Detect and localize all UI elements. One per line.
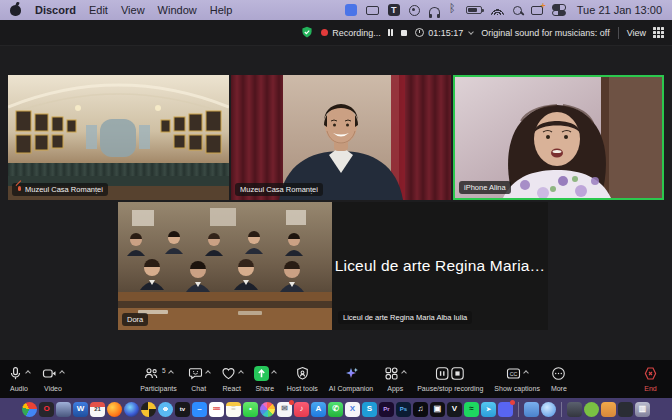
wifi-icon[interactable] [491, 6, 504, 15]
ai-companion-button[interactable]: AI Companion [329, 366, 373, 392]
dock-icon-whatsapp[interactable]: ✆ [328, 402, 343, 417]
notes-glyph: ≡ [231, 405, 236, 413]
menubar-clock[interactable]: Tue 21 Jan 13:00 [577, 4, 662, 16]
menu-help[interactable]: Help [210, 4, 233, 16]
dock-icon-notes[interactable]: ≡ [226, 402, 241, 417]
dock-icon-discord[interactable] [498, 402, 513, 417]
apple-menu-icon[interactable] [10, 5, 21, 16]
v-app-glyph: V [452, 405, 457, 413]
dock-icon-mission-control[interactable] [56, 402, 71, 417]
chevron-up-icon[interactable] [59, 370, 65, 376]
menu-view[interactable]: View [121, 4, 145, 16]
dock-icon-capcut[interactable]: ▣ [430, 402, 445, 417]
search-icon[interactable] [513, 6, 522, 15]
headphones-icon[interactable] [429, 7, 440, 15]
dock-icon-zoom-app[interactable]: – [192, 402, 207, 417]
dock-icon-downloads-folder[interactable] [524, 402, 539, 417]
audio-button[interactable]: Audio [8, 366, 30, 392]
display-icon[interactable] [531, 6, 543, 15]
original-sound-toggle[interactable]: Original sound for musicians: off [481, 28, 609, 38]
chat-icon [188, 366, 203, 385]
dock-icon-recent-green[interactable] [584, 402, 599, 417]
dock-icon-recent-dark[interactable] [618, 402, 633, 417]
video-stage: Muzeul Casa Romanței [0, 46, 672, 360]
dock-icon-reminders[interactable]: ≔ [209, 402, 224, 417]
dock-icon-apple-tv[interactable]: tv [175, 402, 190, 417]
chevron-up-icon[interactable] [205, 370, 211, 376]
video-tile-museum[interactable]: Muzeul Casa Romanței [8, 75, 229, 200]
dock-icon-tiktok[interactable]: ♫ [413, 402, 428, 417]
dock-icon-v-app[interactable]: V [447, 402, 462, 417]
share-button[interactable]: Share [254, 366, 276, 392]
dock-icon-mail[interactable]: ✉ [277, 402, 292, 417]
menu-app-discord[interactable]: Discord [35, 4, 76, 16]
tiktok-glyph: ♫ [418, 405, 424, 413]
calendar-glyph: 21 [94, 406, 101, 412]
app-switcher-icon[interactable] [345, 4, 357, 16]
reminders-glyph: ≔ [213, 405, 221, 413]
more-button[interactable]: More [551, 366, 567, 392]
apps-button[interactable]: Apps [384, 366, 406, 392]
dock-icon-spotify[interactable]: ≈ [464, 402, 479, 417]
dock-icon-photoshop[interactable]: Ps [396, 402, 411, 417]
video-tile-host[interactable]: Muzeul Casa Romanței [231, 75, 451, 200]
dock-icon-trash[interactable]: ▥ [635, 402, 650, 417]
participant-name: Muzeul Casa Romanței [240, 185, 318, 194]
dock-icon-inshot[interactable] [141, 402, 156, 417]
dock-icon-recent-folder[interactable] [601, 402, 616, 417]
messages-glyph: • [249, 405, 252, 413]
dock-icon-telegram[interactable]: ➤ [481, 402, 496, 417]
pause-stop-recording-button[interactable]: Pause/stop recording [417, 366, 483, 392]
meeting-timer[interactable]: 01:15:17 [415, 28, 473, 38]
dock-icon-opera[interactable]: O [39, 402, 54, 417]
video-button[interactable]: Video [42, 366, 64, 392]
dock-icon-music[interactable]: ♪ [294, 402, 309, 417]
stop-recording-icon[interactable] [401, 30, 407, 36]
battery-icon[interactable] [466, 6, 482, 14]
chevron-up-icon[interactable] [271, 370, 277, 376]
dock-icon-chrome[interactable] [22, 402, 37, 417]
bluetooth-icon[interactable] [449, 4, 457, 16]
dock-icon-safari[interactable] [158, 402, 173, 417]
end-meeting-button[interactable]: End [643, 366, 658, 392]
dock-icon-siri[interactable] [124, 402, 139, 417]
chat-button[interactable]: Chat [188, 366, 210, 392]
dock-icon-calendar[interactable]: 21 [90, 402, 105, 417]
dock-icon-x-app[interactable]: X [345, 402, 360, 417]
dock-icon-maps[interactable] [541, 402, 556, 417]
screen-mirroring-icon[interactable] [366, 6, 379, 15]
dock-icon-app-store[interactable]: A [311, 402, 326, 417]
dock-icon-recent-window[interactable] [567, 402, 582, 417]
alina-video-art [455, 77, 662, 198]
video-tile-liceul[interactable]: Liceul de arte Regina Maria… Liceul de a… [332, 202, 548, 330]
video-tile-iphone-alina[interactable]: iPhone Alina [453, 75, 664, 200]
menu-window[interactable]: Window [158, 4, 197, 16]
chevron-up-icon[interactable] [523, 370, 529, 376]
captions-icon: CC [506, 366, 521, 385]
control-center-icon[interactable] [552, 4, 565, 16]
participants-button[interactable]: 5 Participants [140, 366, 177, 392]
zoom-window: Recording... 01:15:17 Original sound for… [0, 20, 672, 398]
video-tile-dora[interactable]: Dora [118, 202, 332, 330]
dock-icon-skype[interactable]: S [362, 402, 377, 417]
dock-icon-firefox[interactable] [107, 402, 122, 417]
view-button[interactable]: View [627, 27, 664, 38]
chevron-up-icon[interactable] [25, 370, 31, 376]
pause-recording-icon[interactable] [388, 29, 394, 36]
mail-glyph: ✉ [281, 405, 288, 413]
host-tools-button[interactable]: Host tools [287, 366, 318, 392]
dock-icon-word[interactable]: W [73, 402, 88, 417]
dock-icon-photos[interactable] [260, 402, 275, 417]
chevron-up-icon[interactable] [401, 370, 407, 376]
menubar: Discord Edit View Window Help Tue 21 Jan… [0, 0, 672, 20]
chevron-up-icon[interactable] [238, 370, 244, 376]
show-captions-button[interactable]: CC Show captions [494, 366, 540, 392]
menu-edit[interactable]: Edit [89, 4, 108, 16]
chevron-up-icon[interactable] [168, 370, 174, 376]
react-button[interactable]: React [221, 366, 243, 392]
dock-icon-messages[interactable]: • [243, 402, 258, 417]
dock-icon-premiere[interactable]: Pr [379, 402, 394, 417]
teams-icon[interactable] [388, 4, 400, 16]
ai-sparkle-icon [344, 366, 359, 385]
record-icon[interactable] [409, 5, 420, 16]
